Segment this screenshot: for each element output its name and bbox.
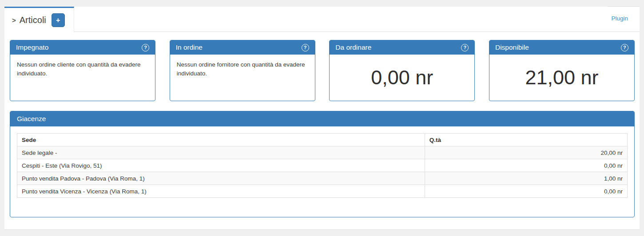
cell-sede: Sede legale - <box>17 146 425 159</box>
table-row: Cespiti - Este (Via Rovigo, 51) 0,00 nr <box>17 159 628 172</box>
plugin-link[interactable]: Plugin <box>611 15 628 22</box>
cell-qta: 1,00 nr <box>425 172 627 185</box>
panel-da-ordinare-header: Da ordinare ? <box>330 40 474 55</box>
cell-sede: Punto vendita Padova - Padova (Via Roma,… <box>17 172 425 185</box>
add-tab-button[interactable]: + <box>52 13 65 27</box>
panel-giacenze-body: Sede Q.tà Sede legale - 20,00 nr Cespiti… <box>10 126 634 217</box>
stock-table-header-row: Sede Q.tà <box>17 134 628 146</box>
help-icon[interactable]: ? <box>302 44 309 51</box>
panel-giacenze-header: Giacenze <box>10 111 634 126</box>
tab-articoli[interactable]: > Articoli + <box>4 7 74 32</box>
panel-giacenze: Giacenze Sede Q.tà Sede legale - 20,00 n… <box>10 111 635 217</box>
tab-bar: > Articoli + Plugin <box>4 7 640 32</box>
tab-articoli-label: Articoli <box>20 15 46 25</box>
table-row: Sede legale - 20,00 nr <box>17 146 628 159</box>
help-icon[interactable]: ? <box>142 44 149 51</box>
panel-da-ordinare: Da ordinare ? 0,00 nr <box>329 40 475 101</box>
panel-in-ordine-message: Nessun ordine fornitore con quantità da … <box>170 55 315 101</box>
table-row: Punto vendita Padova - Padova (Via Roma,… <box>17 172 628 185</box>
help-icon[interactable]: ? <box>461 44 469 51</box>
cell-sede: Punto vendita Vicenza - Vicenza (Via Rom… <box>17 185 425 198</box>
panel-disponibile: Disponibile ? 21,00 nr <box>489 40 635 101</box>
chevron-right-icon: > <box>12 16 16 24</box>
main-content-panel: > Articoli + Plugin Impegnato ? Nessun o… <box>4 7 640 230</box>
stock-table: Sede Q.tà Sede legale - 20,00 nr Cespiti… <box>17 133 628 198</box>
panel-impegnato-header: Impegnato ? <box>10 40 155 55</box>
cell-qta: 0,00 nr <box>425 185 627 198</box>
panel-impegnato-title: Impegnato <box>16 43 48 51</box>
panel-in-ordine-title: In ordine <box>176 43 203 51</box>
panel-disponibile-value: 21,00 nr <box>489 55 634 101</box>
help-icon[interactable]: ? <box>621 44 628 51</box>
column-header-qta: Q.tà <box>425 134 627 146</box>
panel-in-ordine-header: In ordine ? <box>170 40 315 55</box>
summary-panels-row: Impegnato ? Nessun ordine cliente con qu… <box>10 40 635 101</box>
table-row: Punto vendita Vicenza - Vicenza (Via Rom… <box>17 185 628 198</box>
panel-in-ordine: In ordine ? Nessun ordine fornitore con … <box>170 40 315 101</box>
cell-qta: 0,00 nr <box>425 159 627 172</box>
panel-da-ordinare-value: 0,00 nr <box>330 55 474 101</box>
column-header-sede: Sede <box>17 134 425 146</box>
panel-da-ordinare-title: Da ordinare <box>335 43 371 51</box>
panel-disponibile-header: Disponibile ? <box>489 40 634 55</box>
panel-disponibile-title: Disponibile <box>495 43 529 51</box>
panel-giacenze-title: Giacenze <box>17 115 46 123</box>
cell-qta: 20,00 nr <box>425 146 627 159</box>
cell-sede: Cespiti - Este (Via Rovigo, 51) <box>17 159 425 172</box>
panel-impegnato-message: Nessun ordine cliente con quantità da ev… <box>10 55 155 101</box>
panel-impegnato: Impegnato ? Nessun ordine cliente con qu… <box>10 40 155 101</box>
